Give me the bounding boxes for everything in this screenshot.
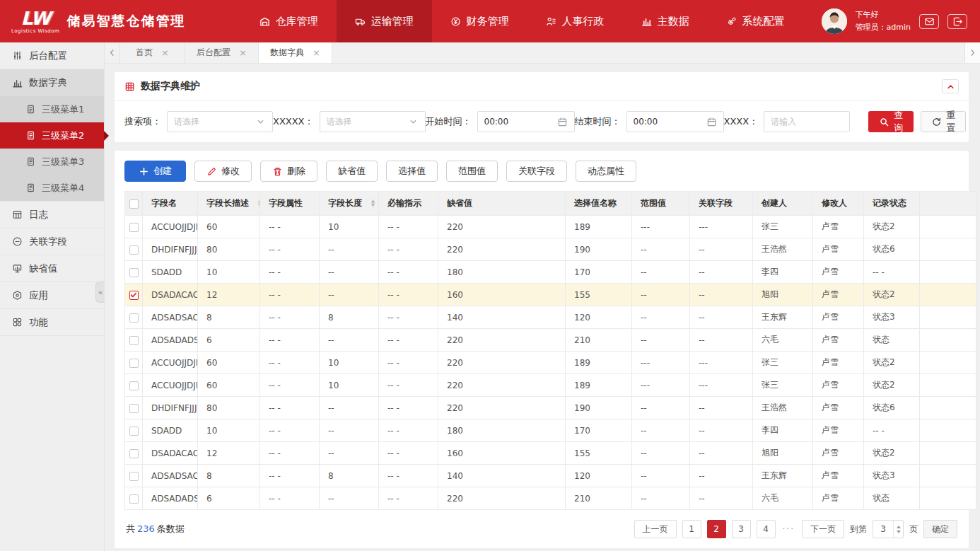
table-row-4[interactable]: ADSADSAC8-- -8-- -140120----王东辉卢雪状态3 (125, 306, 976, 329)
table-row-3[interactable]: DSADACAC12-- ----- -160155----旭阳卢雪状态2 (125, 284, 976, 306)
sidebar-item-4[interactable]: 缺省值 (0, 255, 104, 282)
confirm-page-button[interactable]: 确定 (923, 520, 957, 538)
nav-item-1[interactable]: 运输管理 (337, 0, 432, 42)
row-checkbox[interactable] (129, 336, 139, 345)
sidebar-subitem-3[interactable]: 三级菜单4 (0, 175, 104, 201)
nav-item-5[interactable]: 系统配置 (708, 0, 803, 42)
toolbar-button-5[interactable]: 范围值 (446, 161, 498, 182)
avatar[interactable] (822, 8, 847, 34)
table-cell: 140 (438, 306, 566, 329)
sidebar-item-5[interactable]: 应用 (0, 282, 104, 309)
sidebar-subitem-0[interactable]: 三级菜单1 (0, 96, 104, 122)
filter-select-1[interactable]: 请选择 (320, 111, 426, 132)
table-row-8[interactable]: DHDIFNFJJJ80-- ----- -220190----王浩然卢雪状态6 (125, 397, 976, 419)
table-cell: -- (690, 284, 753, 306)
table-cell: -- (632, 329, 690, 352)
table-cell: 220 (438, 374, 566, 397)
tab-bar: 首页×后台配置×数据字典× (105, 42, 980, 64)
close-icon[interactable]: × (313, 48, 320, 57)
table-cell: -- - (379, 284, 438, 306)
toolbar-button-0[interactable]: 创建 (124, 161, 186, 182)
toolbar-button-3[interactable]: 缺省值 (326, 161, 378, 182)
sidebar-subitem-2[interactable]: 三级菜单3 (0, 149, 104, 175)
warehouse-icon (259, 16, 270, 27)
nav-item-4[interactable]: 主数据 (623, 0, 708, 42)
page-button-2[interactable]: 2 (707, 520, 726, 538)
tab-0[interactable]: 首页× (120, 42, 185, 63)
tab-1[interactable]: 后台配置× (185, 42, 259, 63)
next-page-button[interactable]: 下一页 (802, 520, 844, 538)
page-button-1[interactable]: 1 (682, 520, 701, 538)
nav-item-0[interactable]: 仓库管理 (241, 0, 337, 42)
table-cell: 状态2 (864, 442, 920, 465)
filter-input-4[interactable]: 请输入 (764, 111, 850, 132)
sidebar-item-2[interactable]: 日志 (0, 202, 104, 228)
panel-collapse-button[interactable] (942, 79, 959, 93)
sidebar-subitem-1[interactable]: 三级菜单2 (0, 122, 104, 149)
row-checkbox[interactable] (129, 427, 139, 436)
column-header-3[interactable]: 字段长度▲▼ (320, 192, 379, 216)
mail-button[interactable] (919, 14, 939, 29)
table-cell: -- - (379, 352, 438, 374)
page-button-3[interactable]: 3 (732, 520, 751, 538)
sort-icon[interactable]: ▲▼ (371, 199, 375, 207)
table-row-5[interactable]: ADSADADS6-- ----- -220210----六毛卢雪状态 (125, 329, 976, 352)
page-ellipsis: ··· (781, 524, 796, 534)
toolbar-button-1[interactable]: 修改 (194, 161, 252, 182)
table-row-10[interactable]: DSADACAC12-- ----- -160155----旭阳卢雪状态2 (125, 442, 976, 465)
row-checkbox[interactable] (129, 291, 139, 300)
close-icon[interactable]: × (239, 48, 247, 57)
row-checkbox[interactable] (129, 359, 139, 368)
table-row-2[interactable]: SDADD10-- ----- -180170----李四卢雪-- - (125, 261, 976, 284)
nav-item-3[interactable]: 人事行政 (527, 0, 623, 42)
row-checkbox[interactable] (129, 268, 139, 277)
row-checkbox[interactable] (129, 404, 139, 413)
tab-list: 首页×后台配置×数据字典× (120, 42, 332, 63)
sidebar-collapse-handle[interactable]: « (95, 282, 105, 303)
filter-time-2[interactable]: 00:00 (477, 111, 575, 132)
row-checkbox[interactable] (129, 472, 139, 481)
sidebar-item-1[interactable]: 数据字典 (0, 69, 104, 96)
reset-button[interactable]: 重置 (921, 111, 966, 132)
close-icon[interactable]: × (161, 48, 169, 57)
table-cell: 220 (438, 352, 566, 374)
table-row-0[interactable]: ACCUOJJDJN60-- -10-- -220189------张三卢雪状态… (125, 216, 976, 238)
row-checkbox[interactable] (129, 313, 139, 323)
goto-page-spinner[interactable]: 3 (873, 520, 904, 538)
table-cell: 180 (438, 261, 566, 284)
toolbar-button-2[interactable]: 删除 (260, 161, 317, 182)
prev-page-button[interactable]: 上一页 (634, 520, 677, 538)
logout-button[interactable] (947, 14, 967, 29)
row-checkbox[interactable] (129, 245, 139, 255)
table-row-7[interactable]: ACCUOJJDJN60-- -10-- -220189------张三卢雪状态… (125, 374, 976, 397)
tab-scroll-right[interactable] (964, 42, 980, 63)
row-checkbox[interactable] (129, 381, 139, 390)
calendar-icon (706, 117, 717, 127)
toolbar-button-7[interactable]: 动态属性 (576, 161, 636, 182)
filter-time-3[interactable]: 00:00 (626, 111, 724, 132)
table-row-6[interactable]: ACCUOJJDJN60-- -10-- -220189------张三卢雪状态… (125, 352, 976, 374)
sidebar-item-3[interactable]: 关联字段 (0, 228, 104, 255)
sidebar-item-0[interactable]: 后台配置 (0, 42, 104, 69)
column-header-1[interactable]: 字段长描述▲▼ (198, 192, 260, 216)
toolbar-button-4[interactable]: 选择值 (386, 161, 438, 182)
bar-chart-icon (12, 78, 23, 88)
row-checkbox[interactable] (129, 449, 139, 458)
table-row-9[interactable]: SDADD10-- ----- -180170----李四卢雪-- - (125, 419, 976, 442)
filter-select-0[interactable]: 请选择 (167, 111, 273, 132)
select-all-checkbox[interactable] (129, 199, 139, 209)
sidebar-item-6[interactable]: 功能 (0, 309, 104, 336)
row-checkbox[interactable] (129, 223, 139, 232)
tab-2[interactable]: 数据字典× (259, 42, 332, 63)
table-row-11[interactable]: ADSADSAC8-- -8-- -140120----王东辉卢雪状态3 (125, 465, 976, 487)
tab-scroll-left[interactable] (105, 42, 120, 63)
doc-icon (25, 104, 36, 115)
toolbar-button-6[interactable]: 关联字段 (506, 161, 567, 182)
nav-item-2[interactable]: 财务管理 (432, 0, 527, 42)
table-row-12[interactable]: ADSADADS6-- ----- -220210----六毛卢雪状态 (125, 487, 976, 510)
search-button[interactable]: 查询 (868, 111, 914, 132)
page-button-4[interactable]: 4 (757, 520, 776, 538)
table-row-1[interactable]: DHDIFNFJJJ80-- ----- -220190----王浩然卢雪状态6 (125, 238, 976, 261)
row-checkbox[interactable] (129, 494, 139, 504)
table-cell: 140 (438, 465, 566, 487)
